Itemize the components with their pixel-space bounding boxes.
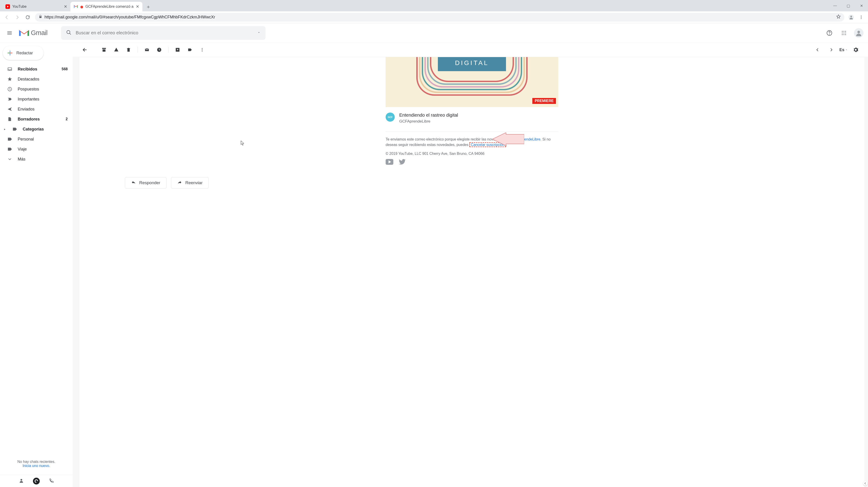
window-maximize-button[interactable]: ▢: [842, 1, 855, 10]
nav-reload-button[interactable]: [25, 14, 31, 21]
svg-point-2: [81, 6, 83, 8]
video-thumbnail[interactable]: DIGITAL PREMIERE: [385, 57, 558, 107]
nav-forward-button[interactable]: [14, 14, 21, 21]
delete-button[interactable]: [123, 44, 134, 55]
forward-button[interactable]: Reenviar: [171, 177, 209, 189]
archive-button[interactable]: [99, 44, 110, 55]
support-button[interactable]: [825, 28, 834, 37]
input-language-indicator[interactable]: Es: [839, 48, 847, 52]
video-title[interactable]: Entendiendo el rastreo digital: [399, 113, 458, 118]
url-text: https://mail.google.com/mail/u/0/#search…: [44, 15, 834, 20]
sidebar-item-inbox[interactable]: Recibidos 568: [0, 64, 73, 74]
sidebar-item-more[interactable]: Más: [0, 154, 73, 164]
hangouts-start-new-link[interactable]: Inicia uno nuevo.: [23, 464, 50, 468]
phone-icon[interactable]: [49, 478, 54, 484]
gmail-logo[interactable]: Gmail: [19, 29, 48, 37]
copyright-text: © 2019 YouTube, LLC 901 Cherry Ave, San …: [385, 152, 558, 156]
settings-button[interactable]: [850, 44, 861, 55]
draft-icon: [7, 117, 13, 122]
reply-button[interactable]: Responder: [125, 177, 166, 189]
svg-point-12: [845, 31, 846, 32]
search-input[interactable]: [75, 30, 253, 35]
search-options-dropdown[interactable]: [257, 31, 260, 35]
label-icon: [7, 137, 13, 142]
newer-button[interactable]: [826, 44, 837, 55]
sidebar-item-label: Importantes: [18, 97, 68, 102]
thumbnail-art: DIGITAL: [416, 57, 528, 103]
browser-tabstrip: YouTube ✕ GCFAprendeLibre comenzó a ✕ ＋ …: [0, 0, 868, 11]
sidebar-item-snoozed[interactable]: Pospuestos: [0, 84, 73, 94]
window-close-button[interactable]: ✕: [855, 1, 868, 10]
sidebar-item-label: Pospuestos: [18, 87, 68, 92]
url-field[interactable]: https://mail.google.com/mail/u/0/#search…: [35, 13, 844, 22]
label-icon: [12, 126, 18, 132]
browser-tab-gmail[interactable]: GCFAprendeLibre comenzó a ✕: [70, 2, 143, 11]
mail-pane: Es DIGITAL PREMIERE: [73, 43, 868, 487]
profile-avatar[interactable]: [848, 15, 854, 20]
close-icon[interactable]: ✕: [136, 4, 139, 9]
important-icon: [7, 97, 13, 102]
tab-title: GCFAprendeLibre comenzó a: [85, 4, 133, 9]
channel-avatar-text: GCF: [388, 116, 393, 118]
toolbar-separator: [137, 47, 138, 53]
twitter-icon[interactable]: [399, 159, 406, 166]
nav-list: Recibidos 568 Destacados Pospuestos Impo…: [0, 64, 73, 164]
close-icon[interactable]: ✕: [64, 4, 67, 9]
sidebar-item-sent[interactable]: Enviados: [0, 104, 73, 114]
browser-tab-youtube[interactable]: YouTube ✕: [2, 2, 70, 11]
main-menu-button[interactable]: [4, 28, 14, 38]
account-avatar[interactable]: [854, 28, 864, 38]
new-tab-button[interactable]: ＋: [144, 3, 152, 11]
sidebar-item-label: Categorías: [23, 127, 68, 132]
forward-label: Reenviar: [185, 180, 203, 185]
chevron-right-icon: ▸: [4, 127, 7, 131]
channel-avatar[interactable]: GCF: [385, 113, 395, 122]
cancel-subscription-highlight: Cancelar suscripción: [469, 142, 506, 147]
svg-point-28: [202, 51, 203, 51]
sidebar-item-starred[interactable]: Destacados: [0, 74, 73, 84]
forward-icon: [177, 180, 182, 185]
hangouts-icon[interactable]: [33, 478, 40, 485]
search-icon[interactable]: [66, 30, 71, 36]
sidebar-item-label: Recibidos: [18, 67, 57, 71]
snooze-button[interactable]: [154, 44, 165, 55]
svg-point-23: [21, 479, 22, 480]
mark-unread-button[interactable]: [142, 44, 152, 55]
cancel-subscription-link[interactable]: Cancelar suscripción: [471, 143, 505, 147]
more-actions-button[interactable]: [197, 44, 208, 55]
mouse-cursor-icon: [241, 141, 245, 145]
sidebar-item-drafts[interactable]: Borradores 2: [0, 114, 73, 124]
labels-button[interactable]: [184, 44, 195, 55]
side-panel-toggle[interactable]: [863, 481, 868, 486]
channel-name[interactable]: GCFAprendeLibre: [399, 119, 458, 124]
star-icon: [7, 77, 13, 82]
window-minimize-button[interactable]: —: [829, 1, 842, 10]
tab-title: YouTube: [12, 4, 62, 9]
older-button[interactable]: [812, 44, 823, 55]
gmail-icon: [73, 4, 78, 9]
bookmark-star-icon[interactable]: [836, 14, 841, 20]
sidebar-item-personal[interactable]: Personal: [0, 134, 73, 144]
mail-toolbar: Es: [73, 43, 868, 57]
channel-link[interactable]: GCFAprendeLibre: [511, 137, 540, 141]
message-card: DIGITAL PREMIERE GCF Entendiendo el rast…: [80, 57, 864, 487]
browser-menu-button[interactable]: [858, 14, 864, 21]
sidebar-item-categories[interactable]: ▸ Categorías: [0, 124, 73, 134]
google-apps-button[interactable]: [839, 28, 848, 37]
sidebar-item-travel[interactable]: Viaje: [0, 144, 73, 154]
svg-point-14: [843, 32, 844, 33]
video-info-row: GCF Entendiendo el rastreo digital GCFAp…: [385, 107, 558, 129]
mail-content[interactable]: DIGITAL PREMIERE GCF Entendiendo el rast…: [73, 57, 868, 487]
contacts-icon[interactable]: [19, 478, 24, 484]
sidebar-item-important[interactable]: Importantes: [0, 94, 73, 104]
compose-button[interactable]: Redactar: [3, 46, 43, 60]
svg-point-27: [202, 49, 203, 50]
report-spam-button[interactable]: [111, 44, 122, 55]
back-button[interactable]: [80, 44, 90, 55]
search-box[interactable]: [61, 26, 266, 40]
inbox-icon: [7, 67, 13, 71]
reply-label: Responder: [139, 180, 160, 185]
youtube-icon[interactable]: [385, 159, 393, 166]
move-to-button[interactable]: [172, 44, 183, 55]
nav-back-button[interactable]: [4, 14, 10, 21]
